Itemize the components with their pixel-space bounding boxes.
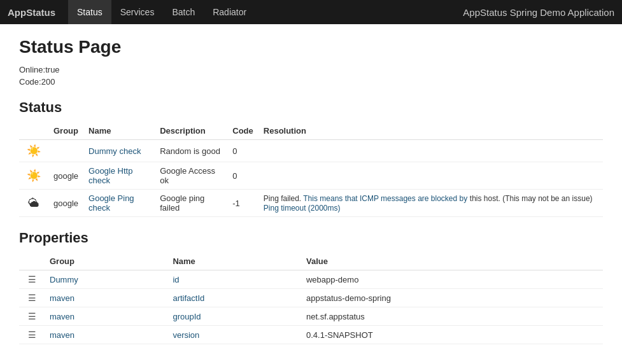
list-icon: ☰ <box>24 330 39 340</box>
list-icon: ☰ <box>24 311 39 321</box>
prop-value-cell: appstatus-demo-spring <box>301 289 603 307</box>
prop-name-link[interactable]: version <box>173 330 199 340</box>
resolution-cell <box>258 140 603 162</box>
nav-item-batch[interactable]: Batch <box>163 0 204 24</box>
prop-group-cell: Dummy <box>45 270 167 289</box>
main-content: Status Page Online:true Code:200 Status … <box>0 24 622 363</box>
nav-item-status[interactable]: Status <box>68 0 111 24</box>
online-status: Online:true <box>19 65 603 74</box>
nav-brand: AppStatus <box>8 7 55 18</box>
list-icon: ☰ <box>24 274 39 284</box>
prop-name-cell: version <box>167 326 301 344</box>
list-item: ☰ Dummy id webapp-demo <box>19 270 603 289</box>
description-cell: Random is good <box>155 140 227 162</box>
table-row: 🌥 google Google Ping check Google ping f… <box>19 190 603 217</box>
prop-group-link[interactable]: Dummy <box>50 275 78 284</box>
prop-icon-cell: ☰ <box>19 326 45 344</box>
prop-group-cell: maven <box>45 307 167 326</box>
status-icon-cell: 🌥 <box>19 190 48 217</box>
page-title: Status Page <box>19 37 603 57</box>
prop-col-name: Name <box>167 253 301 270</box>
status-col-icon <box>19 122 48 140</box>
prop-col-icon <box>19 253 45 270</box>
status-icon-cell: ☀️ <box>19 162 48 190</box>
resolution-prefix: Ping failed. <box>264 194 304 203</box>
resolution-link1[interactable]: This means that ICMP messages are blocke… <box>303 194 467 203</box>
prop-group-cell: maven <box>45 326 167 344</box>
code-cell: 0 <box>227 162 258 190</box>
resolution-cell <box>258 162 603 190</box>
resolution-mid: this host. (This may not be an issue) <box>470 194 593 203</box>
prop-group-link[interactable]: maven <box>50 312 74 321</box>
list-icon: ☰ <box>24 293 39 303</box>
prop-name-link[interactable]: id <box>173 275 179 284</box>
list-item: ☰ maven groupId net.sf.appstatus <box>19 307 603 326</box>
status-col-group: Group <box>48 122 83 140</box>
description-cell: Google ping failed <box>155 190 227 217</box>
nav-items: Status Services Batch Radiator <box>68 0 463 24</box>
status-col-description: Description <box>155 122 227 140</box>
prop-name-cell: artifactId <box>167 289 301 307</box>
table-row: ☀️ google Google Http check Google Acces… <box>19 162 603 190</box>
status-section-title: Status <box>19 99 603 116</box>
name-cell: Google Ping check <box>83 190 155 217</box>
description-cell: Google Access ok <box>155 162 227 190</box>
code-status: Code:200 <box>19 77 603 87</box>
prop-group-cell: maven <box>45 289 167 307</box>
status-table: Group Name Description Code Resolution ☀… <box>19 122 603 217</box>
group-cell <box>48 140 83 162</box>
navbar: AppStatus Status Services Batch Radiator… <box>0 0 622 24</box>
properties-section-title: Properties <box>19 230 603 246</box>
group-cell: google <box>48 162 83 190</box>
prop-icon-cell: ☰ <box>19 289 45 307</box>
name-cell: Dummy check <box>83 140 155 162</box>
prop-col-value: Value <box>301 253 603 270</box>
code-cell: 0 <box>227 140 258 162</box>
resolution-cell: Ping failed. This means that ICMP messag… <box>258 190 603 217</box>
list-item: ☰ maven version 0.4.1-SNAPSHOT <box>19 326 603 344</box>
cloud-icon: 🌥 <box>24 197 43 210</box>
check-name-link[interactable]: Google Ping check <box>88 193 134 213</box>
prop-value-cell: net.sf.appstatus <box>301 307 603 326</box>
prop-icon-cell: ☰ <box>19 270 45 289</box>
status-icon-cell: ☀️ <box>19 140 48 162</box>
group-cell: google <box>48 190 83 217</box>
resolution-link2[interactable]: Ping timeout (2000ms) <box>264 204 341 213</box>
status-col-code: Code <box>227 122 258 140</box>
sunny-icon: ☀️ <box>24 144 43 158</box>
prop-name-cell: id <box>167 270 301 289</box>
check-name-link[interactable]: Google Http check <box>88 166 132 185</box>
status-col-name: Name <box>83 122 155 140</box>
prop-group-link[interactable]: maven <box>50 293 74 303</box>
properties-table: Group Name Value ☰ Dummy id webapp-demo <box>19 253 603 344</box>
code-cell: -1 <box>227 190 258 217</box>
prop-name-link[interactable]: groupId <box>173 312 201 321</box>
status-col-resolution: Resolution <box>258 122 603 140</box>
table-row: ☀️ Dummy check Random is good 0 <box>19 140 603 162</box>
prop-value-cell: 0.4.1-SNAPSHOT <box>301 326 603 344</box>
prop-value-cell: webapp-demo <box>301 270 603 289</box>
check-name-link[interactable]: Dummy check <box>88 146 141 156</box>
prop-col-group: Group <box>45 253 167 270</box>
prop-name-link[interactable]: artifactId <box>173 293 204 303</box>
sunny-icon: ☀️ <box>24 169 43 183</box>
prop-group-link[interactable]: maven <box>50 330 74 340</box>
name-cell: Google Http check <box>83 162 155 190</box>
nav-item-radiator[interactable]: Radiator <box>204 0 255 24</box>
list-item: ☰ maven artifactId appstatus-demo-spring <box>19 289 603 307</box>
prop-icon-cell: ☰ <box>19 307 45 326</box>
nav-item-services[interactable]: Services <box>111 0 164 24</box>
app-title: AppStatus Spring Demo Application <box>463 7 614 18</box>
prop-name-cell: groupId <box>167 307 301 326</box>
